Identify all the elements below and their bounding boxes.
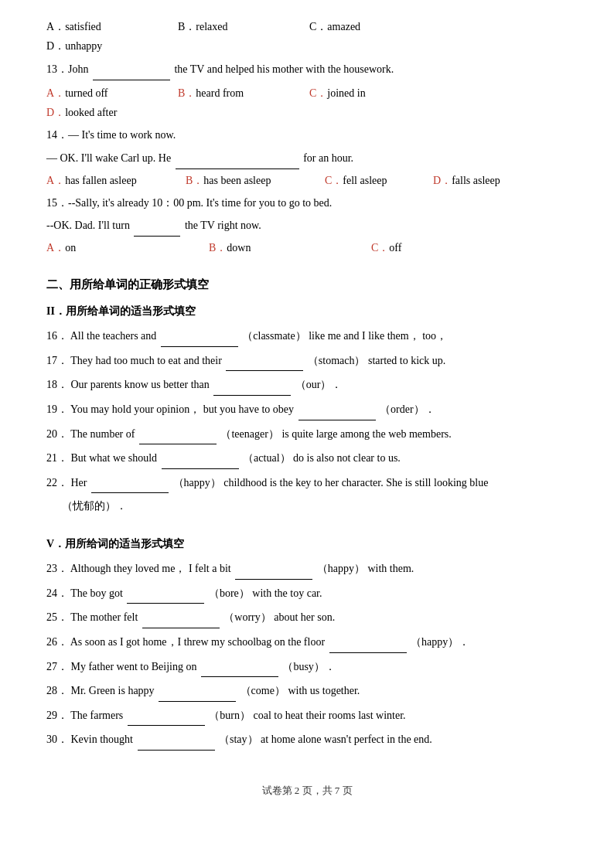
q17-num: 17． bbox=[46, 355, 68, 366]
q17-hint: （stomach） bbox=[308, 355, 366, 366]
option-text-13d: looked after bbox=[65, 107, 117, 118]
q28-hint: （come） bbox=[240, 685, 285, 696]
q23-after: with them. bbox=[367, 563, 414, 574]
q30-after: at home alone wasn't perfect in the end. bbox=[261, 734, 432, 745]
q15-dialog1: 15．--Sally, it's already 10：00 pm. It's … bbox=[46, 197, 332, 209]
q15-dialog3: the TV right now. bbox=[185, 220, 261, 231]
q14-dialog3: for an hour. bbox=[303, 152, 353, 164]
q20-text: The number of bbox=[70, 428, 135, 440]
option-15c: C．off bbox=[371, 238, 495, 257]
option-12c: C．amazed bbox=[309, 17, 433, 36]
q23-blank bbox=[235, 558, 312, 580]
q24-hint: （bore） bbox=[209, 587, 250, 599]
option-14d: D．falls asleep bbox=[433, 171, 557, 190]
question-25: 25． The mother felt （worry） about her so… bbox=[46, 607, 568, 628]
q13-after: the TV and helped his mother with the ho… bbox=[174, 63, 394, 75]
letter-12c: C． bbox=[309, 21, 327, 32]
option-12d: D．unhappy bbox=[46, 36, 170, 56]
q26-num: 26． bbox=[46, 636, 68, 648]
q14-dialog1: 14．— It's time to work now. bbox=[46, 129, 176, 141]
option-text-15b: down bbox=[227, 242, 251, 254]
question-22: 22． Her （happy） childhood is the key to … bbox=[46, 472, 568, 494]
q20-num: 20． bbox=[46, 428, 68, 440]
q16-num: 16． bbox=[46, 330, 68, 342]
q29-blank bbox=[128, 705, 205, 727]
option-text-14b: has been asleep bbox=[203, 175, 271, 186]
letter-12d: D． bbox=[46, 40, 65, 52]
q25-num: 25． bbox=[46, 611, 68, 623]
q18-num: 18． bbox=[46, 379, 68, 390]
q14-dialog2: — OK. I'll wake Carl up. He bbox=[46, 152, 171, 164]
page-footer: 试卷第 2 页，共 7 页 bbox=[46, 781, 568, 799]
option-13d: D．looked after bbox=[46, 103, 170, 122]
q22-hint: （happy） bbox=[173, 477, 221, 488]
section2-wrapper: 二、用所给单词的正确形式填空 II．用所给单词的适当形式填空 16． All t… bbox=[46, 274, 568, 517]
letter-12a: A． bbox=[46, 21, 65, 32]
question-18: 18． Our parents know us better than （our… bbox=[46, 374, 568, 396]
q29-after: coal to heat their rooms last winter. bbox=[253, 710, 405, 721]
q25-text: The mother felt bbox=[70, 611, 138, 623]
section2-title: 二、用所给单词的正确形式填空 bbox=[46, 274, 568, 295]
question-19: 19． You may hold your opinion， but you h… bbox=[46, 399, 568, 420]
option-text-13c: joined in bbox=[327, 87, 365, 99]
q13-blank bbox=[93, 59, 170, 80]
q20-hint: （teenager） bbox=[220, 428, 278, 440]
q23-num: 23． bbox=[46, 563, 68, 574]
question-14-line1: 14．— It's time to work now. bbox=[46, 125, 568, 146]
section3-wrapper: V．用所给词的适当形式填空 23． Although they loved me… bbox=[46, 534, 568, 751]
q21-hint: （actual） bbox=[243, 452, 290, 464]
question-23: 23． Although they loved me， I felt a bit… bbox=[46, 558, 568, 580]
q16-text: All the teachers and bbox=[70, 330, 157, 342]
option-13c: C．joined in bbox=[309, 83, 433, 103]
options-row-14: A．has fallen asleep B．has been asleep C．… bbox=[46, 171, 568, 190]
q27-text: My father went to Beijing on bbox=[71, 661, 197, 672]
option-text-12b: relaxed bbox=[196, 21, 227, 32]
q30-blank bbox=[138, 729, 215, 751]
q26-blank bbox=[329, 631, 407, 653]
question-27: 27． My father went to Beijing on （busy）． bbox=[46, 656, 568, 678]
q24-blank bbox=[127, 583, 204, 604]
options-row-13: A．turned off B．heard from C．joined in D．… bbox=[46, 83, 568, 122]
q28-num: 28． bbox=[46, 685, 68, 696]
q20-after: is quite large among the web members. bbox=[281, 428, 451, 440]
question-14-line2: — OK. I'll wake Carl up. He for an hour. bbox=[46, 148, 568, 169]
q22-num: 22． bbox=[46, 477, 68, 488]
option-14c: C．fell asleep bbox=[325, 171, 425, 190]
question-13: 13．John the TV and helped his mother wit… bbox=[46, 59, 568, 80]
option-13a: A．turned off bbox=[46, 83, 170, 103]
question-26: 26． As soon as I got home，I threw my sch… bbox=[46, 631, 568, 653]
q17-after: started to kick up. bbox=[368, 355, 445, 366]
question-20: 20． The number of （teenager） is quite la… bbox=[46, 424, 568, 445]
option-text-15a: on bbox=[65, 242, 76, 254]
q18-text: Our parents know us better than bbox=[71, 379, 210, 390]
q21-blank bbox=[162, 448, 239, 469]
q21-num: 21． bbox=[46, 452, 68, 464]
section2-subtitle: II．用所给单词的适当形式填空 bbox=[46, 301, 568, 321]
q22-text: Her bbox=[71, 477, 87, 488]
q21-after: do is also not clear to us. bbox=[293, 452, 401, 464]
q19-blank bbox=[298, 399, 376, 420]
q29-hint: （burn） bbox=[209, 710, 251, 721]
options-row-12: A．satisfied B．relaxed C．amazed D．unhappy bbox=[46, 17, 568, 56]
footer-text: 试卷第 2 页，共 7 页 bbox=[262, 785, 353, 796]
q23-hint: （happy） bbox=[317, 563, 365, 574]
q24-text: The boy got bbox=[70, 587, 123, 599]
question-22-cont: （忧郁的）． bbox=[62, 496, 568, 517]
q19-hint: （order）． bbox=[380, 403, 435, 415]
question-15-line1: 15．--Sally, it's already 10：00 pm. It's … bbox=[46, 193, 568, 214]
q16-hint: （classmate） bbox=[242, 330, 305, 342]
question-28: 28． Mr. Green is happy （come） with us to… bbox=[46, 680, 568, 702]
question-16: 16． All the teachers and （classmate） lik… bbox=[46, 325, 568, 347]
question-29: 29． The farmers （burn） coal to heat thei… bbox=[46, 705, 568, 727]
option-text-14d: falls asleep bbox=[452, 175, 500, 186]
q16-after: like me and I like them， too， bbox=[309, 330, 447, 342]
q29-num: 29． bbox=[46, 710, 68, 721]
q28-blank bbox=[159, 680, 236, 702]
q19-num: 19． bbox=[46, 403, 68, 415]
q23-text: Although they loved me， I felt a bit bbox=[70, 563, 231, 574]
q18-hint: （our）． bbox=[295, 379, 343, 390]
q24-num: 24． bbox=[46, 587, 68, 599]
question-24: 24． The boy got （bore） with the toy car. bbox=[46, 583, 568, 604]
option-text-13b: heard from bbox=[196, 87, 244, 99]
option-12a: A．satisfied bbox=[46, 17, 170, 36]
